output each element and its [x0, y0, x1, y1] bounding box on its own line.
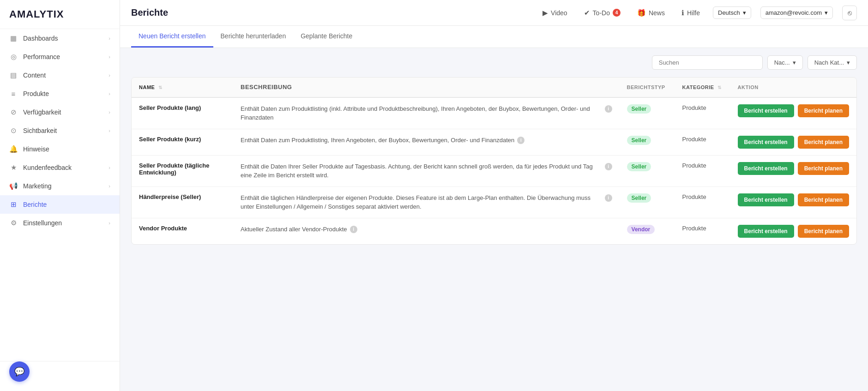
info-icon-4[interactable]: i	[350, 226, 357, 233]
logout-icon: ⎋	[848, 9, 852, 17]
row-desc-3: Enthält die täglichen Händlerpreise der …	[233, 186, 620, 218]
news-nav[interactable]: 🎁 News	[633, 6, 669, 20]
create-button-2[interactable]: Bericht erstellen	[738, 162, 794, 175]
row-actions-4: Bericht erstellen Bericht planen	[730, 218, 856, 244]
video-nav[interactable]: ▶ Video	[539, 6, 571, 20]
todo-icon: ✔	[584, 9, 590, 17]
plan-button-2[interactable]: Bericht planen	[798, 162, 849, 175]
sidebar-item-hinweise[interactable]: 🔔 Hinweise	[0, 140, 120, 158]
row-desc-1: Enthält Daten zum Produktlisting, Ihren …	[233, 129, 620, 155]
main-area: Berichte ▶ Video ✔ To-Do 4 🎁 News ℹ Hilf…	[120, 0, 868, 391]
hilfe-icon: ℹ	[681, 9, 684, 17]
chevron-icon-marketing: ›	[108, 183, 110, 189]
filter-kategorie-button[interactable]: Nach Kat... ▾	[808, 55, 857, 70]
table-body: Seller Produkte (lang) Enthält Daten zum…	[132, 97, 856, 244]
nav-icon-performance: ◎	[9, 53, 18, 61]
plan-button-1[interactable]: Bericht planen	[798, 136, 849, 149]
nav-icon-hinweise: 🔔	[9, 145, 18, 153]
chevron-icon-dashboards: ›	[108, 36, 110, 41]
chat-button[interactable]: 💬	[9, 361, 30, 382]
nav-label-berichte: Berichte	[23, 201, 47, 208]
chevron-icon-content: ›	[108, 72, 110, 78]
news-label: News	[649, 9, 665, 17]
info-icon-3[interactable]: i	[605, 194, 612, 202]
col-header-kategorie: KATEGORIE ⇅	[675, 78, 730, 97]
table-row: Seller Produkte (kurz) Enthält Daten zum…	[132, 129, 856, 155]
create-button-4[interactable]: Bericht erstellen	[738, 225, 794, 238]
sidebar-item-content[interactable]: ▤ Content ›	[0, 66, 120, 84]
nav-label-kundenfeedback: Kundenfeedback	[23, 164, 72, 171]
tab-neuen[interactable]: Neuen Bericht erstellen	[131, 26, 213, 48]
sort-name-icon[interactable]: ⇅	[158, 85, 163, 90]
sidebar-item-produkte[interactable]: ≡ Produkte ›	[0, 84, 120, 103]
hilfe-label: Hilfe	[687, 9, 700, 17]
nav-label-produkte: Produkte	[23, 90, 49, 97]
user-selector[interactable]: amazon@revoic.com ▾	[760, 6, 833, 19]
row-desc-2: Enthält die Daten Ihrer Seller Produkte …	[233, 155, 620, 186]
nav-label-performance: Performance	[23, 53, 60, 60]
sidebar-item-sichtbarkeit[interactable]: ⊙ Sichtbarkeit ›	[0, 121, 120, 140]
tab-geplante[interactable]: Geplante Berichte	[293, 26, 360, 48]
filter-nach-button[interactable]: Nac... ▾	[767, 55, 803, 70]
row-type-0: Seller	[620, 97, 675, 129]
sidebar-item-verfugbarkeit[interactable]: ⊘ Verfügbarkeit ›	[0, 103, 120, 121]
sidebar-item-einstellungen[interactable]: ⚙ Einstellungen ›	[0, 214, 120, 232]
chevron-icon-produkte: ›	[108, 91, 110, 96]
row-name-0: Seller Produkte (lang)	[132, 97, 233, 129]
lang-label: Deutsch	[718, 9, 740, 16]
type-badge-1: Seller	[627, 136, 651, 145]
topbar: Berichte ▶ Video ✔ To-Do 4 🎁 News ℹ Hilf…	[120, 0, 868, 26]
info-icon-0[interactable]: i	[605, 105, 612, 113]
sort-kategorie-icon[interactable]: ⇅	[717, 85, 722, 90]
nav-label-verfugbarkeit: Verfügbarkeit	[23, 108, 61, 116]
logout-button[interactable]: ⎋	[842, 6, 857, 20]
nav-label-content: Content	[23, 72, 46, 79]
create-button-3[interactable]: Bericht erstellen	[738, 193, 794, 206]
row-desc-4: Aktueller Zustand aller Vendor-Produkte …	[233, 218, 620, 244]
plan-button-4[interactable]: Bericht planen	[798, 225, 849, 238]
row-type-2: Seller	[620, 155, 675, 186]
sidebar-item-kundenfeedback[interactable]: ★ Kundenfeedback ›	[0, 158, 120, 177]
video-label: Video	[551, 9, 567, 17]
table-row: Seller Produkte (tägliche Entwicklung) E…	[132, 155, 856, 186]
sidebar-item-dashboards[interactable]: ▦ Dashboards ›	[0, 29, 120, 48]
user-chevron-icon: ▾	[825, 9, 828, 16]
filter-kategorie-chevron-icon: ▾	[847, 59, 850, 66]
row-actions-2: Bericht erstellen Bericht planen	[730, 155, 856, 186]
chevron-icon-performance: ›	[108, 54, 110, 60]
plan-button-0[interactable]: Bericht planen	[798, 104, 849, 117]
row-name-1: Seller Produkte (kurz)	[132, 129, 233, 155]
nav-icon-dashboards: ▦	[9, 34, 18, 42]
row-kategorie-1: Produkte	[675, 129, 730, 155]
create-button-0[interactable]: Bericht erstellen	[738, 104, 794, 117]
row-name-2: Seller Produkte (tägliche Entwicklung)	[132, 155, 233, 186]
hilfe-nav[interactable]: ℹ Hilfe	[678, 6, 704, 20]
lang-chevron-icon: ▾	[743, 9, 746, 16]
info-icon-2[interactable]: i	[605, 163, 612, 170]
user-email: amazon@revoic.com	[766, 9, 822, 16]
sidebar-item-berichte[interactable]: ⊞ Berichte	[0, 195, 120, 214]
nav-label-sichtbarkeit: Sichtbarkeit	[23, 127, 57, 134]
col-header-name: NAME ⇅	[132, 78, 233, 97]
filter-nach-chevron-icon: ▾	[793, 59, 796, 66]
nav-icon-verfugbarkeit: ⊘	[9, 108, 18, 116]
table-row: Vendor Produkte Aktueller Zustand aller …	[132, 218, 856, 244]
nav-icon-sichtbarkeit: ⊙	[9, 126, 18, 135]
reports-table-wrapper: NAME ⇅ BESCHREIBUNG BERICHTSTYP KATEGORI…	[131, 77, 857, 245]
row-actions-1: Bericht erstellen Bericht planen	[730, 129, 856, 155]
col-header-beschreibung: BESCHREIBUNG	[233, 78, 620, 97]
plan-button-3[interactable]: Bericht planen	[798, 193, 849, 206]
tabs-bar: Neuen Bericht erstellenBerichte herunter…	[120, 26, 868, 48]
row-actions-3: Bericht erstellen Bericht planen	[730, 186, 856, 218]
language-selector[interactable]: Deutsch ▾	[713, 6, 751, 19]
sidebar-item-marketing[interactable]: 📢 Marketing ›	[0, 177, 120, 195]
create-button-1[interactable]: Bericht erstellen	[738, 136, 794, 149]
sidebar-item-performance[interactable]: ◎ Performance ›	[0, 48, 120, 66]
row-kategorie-3: Produkte	[675, 186, 730, 218]
info-icon-1[interactable]: i	[517, 137, 524, 144]
filter-kategorie-label: Nach Kat...	[814, 59, 844, 66]
tab-herunterladen[interactable]: Berichte herunterladen	[213, 26, 294, 48]
todo-nav[interactable]: ✔ To-Do 4	[580, 6, 624, 20]
search-input[interactable]	[652, 55, 763, 70]
news-icon: 🎁	[637, 9, 646, 17]
